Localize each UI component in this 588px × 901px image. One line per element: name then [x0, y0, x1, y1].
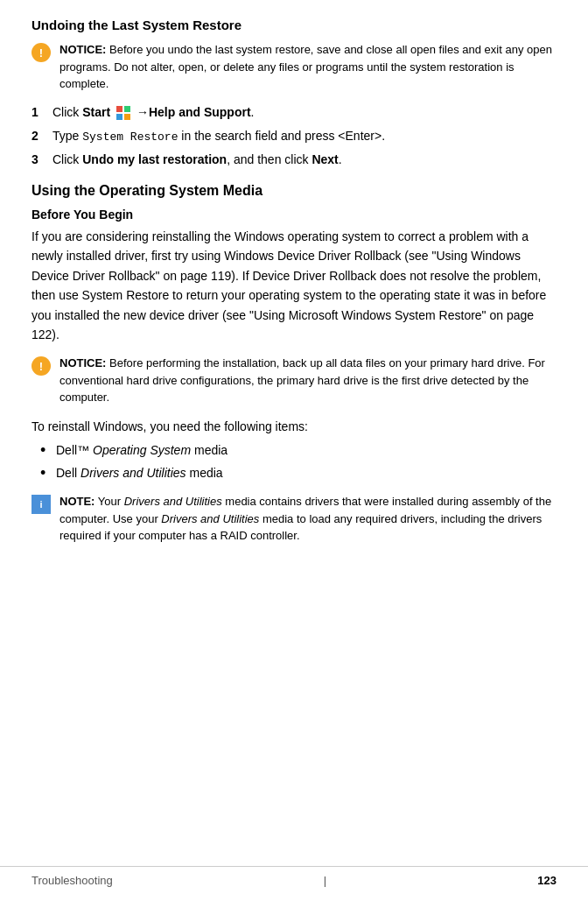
notice-text-2: NOTICE: Before performing the installati…	[60, 355, 556, 406]
bullet-italic-1: Operating System	[93, 443, 191, 457]
notice-body-1: Before you undo the last system restore,…	[60, 43, 552, 90]
note-box: i NOTE: Your Drivers and Utilities media…	[32, 493, 556, 545]
step-2: 2 Type System Restore in the search fiel…	[32, 127, 556, 146]
section-title-undoing: Undoing the Last System Restore	[32, 18, 556, 32]
notice-icon-2: !	[32, 356, 51, 376]
notice-icon-1: !	[32, 43, 51, 62]
to-reinstall-text: To reinstall Windows, you need the follo…	[32, 417, 556, 436]
step-2-number: 2	[32, 127, 52, 145]
step-1-bold-help: Help and Support	[149, 105, 251, 119]
bullet-item-1: • Dell™ Operating System media	[40, 441, 556, 461]
note-text: NOTE: Your Drivers and Utilities media c…	[60, 493, 556, 545]
note-italic-1: Drivers and Utilities	[124, 495, 222, 508]
notice-body-2: Before performing the installation, back…	[60, 356, 545, 404]
body-text-main: If you are considering reinstalling the …	[32, 227, 556, 344]
note-letter: i	[39, 499, 42, 510]
step-2-code: System Restore	[82, 130, 178, 144]
step-3-bold-undo: Undo my last restoration	[82, 152, 227, 166]
notice-box-2: ! NOTICE: Before performing the installa…	[32, 355, 556, 406]
step-1: 1 Click Start →Help and Support.	[32, 103, 556, 122]
step-2-text: Type System Restore in the search field …	[52, 127, 385, 146]
section-title-os-media: Using the Operating System Media	[32, 183, 556, 199]
notice-letter-2: !	[39, 360, 43, 373]
step-1-text: Click Start →Help and Support.	[52, 103, 254, 122]
notice-letter-1: !	[39, 46, 43, 60]
footer-page-number: 123	[537, 874, 556, 887]
bullet-italic-2: Drivers and Utilities	[80, 466, 186, 480]
page-footer: Troubleshooting | 123	[0, 866, 588, 887]
page-content: Undoing the Last System Restore ! NOTICE…	[0, 0, 588, 608]
step-1-number: 1	[32, 103, 52, 122]
step-3-text: Click Undo my last restoration, and then…	[52, 151, 342, 169]
bullet-text-1: Dell™ Operating System media	[56, 441, 228, 460]
step-3: 3 Click Undo my last restoration, and th…	[32, 151, 556, 169]
notice-label-1: NOTICE:	[60, 43, 106, 56]
step-3-number: 3	[32, 151, 52, 169]
notice-box-1: ! NOTICE: Before you undo the last syste…	[32, 41, 556, 93]
bullet-item-2: • Dell Drivers and Utilities media	[40, 464, 556, 483]
bullet-dot-2: •	[40, 464, 56, 483]
note-label: NOTE:	[60, 495, 94, 508]
step-3-bold-next: Next	[312, 152, 338, 166]
svg-rect-0	[116, 106, 122, 112]
notice-text-1: NOTICE: Before you undo the last system …	[60, 41, 556, 93]
windows-start-icon	[116, 105, 131, 121]
bullet-dot-1: •	[40, 441, 56, 461]
subsection-title-before-begin: Before You Begin	[32, 208, 556, 222]
svg-rect-3	[124, 114, 130, 120]
note-icon: i	[32, 495, 51, 514]
notice-label-2: NOTICE:	[60, 356, 106, 370]
footer-section: Troubleshooting	[32, 874, 113, 887]
step-1-bold-start: Start	[82, 105, 110, 119]
note-italic-2: Drivers and Utilities	[161, 512, 259, 525]
steps-list: 1 Click Start →Help and Support. 2 Type …	[32, 103, 556, 170]
note-body: Your Drivers and Utilities media contain…	[60, 495, 551, 542]
bullet-text-2: Dell Drivers and Utilities media	[56, 464, 223, 482]
footer-separator: |	[324, 874, 326, 887]
svg-rect-2	[116, 114, 122, 120]
svg-rect-1	[124, 106, 130, 112]
bullet-list: • Dell™ Operating System media • Dell Dr…	[32, 441, 556, 482]
